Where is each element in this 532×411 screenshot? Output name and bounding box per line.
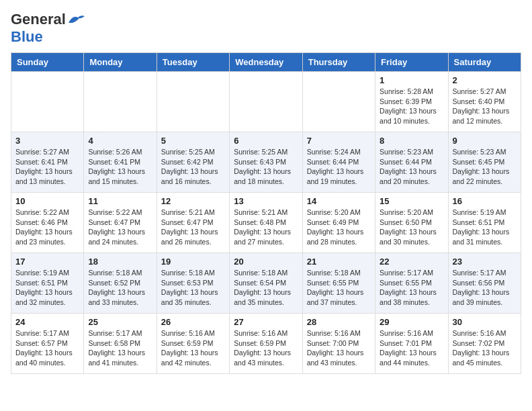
calendar-cell: 30Sunrise: 5:16 AM Sunset: 7:02 PM Dayli…	[448, 314, 521, 374]
day-info: Sunrise: 5:23 AM Sunset: 6:45 PM Dayligh…	[453, 147, 517, 187]
day-info: Sunrise: 5:28 AM Sunset: 6:39 PM Dayligh…	[380, 87, 443, 126]
calendar-cell: 26Sunrise: 5:16 AM Sunset: 6:59 PM Dayli…	[157, 314, 229, 374]
day-number: 23	[453, 257, 517, 267]
calendar-cell: 16Sunrise: 5:19 AM Sunset: 6:51 PM Dayli…	[448, 193, 521, 253]
day-number: 15	[380, 196, 443, 206]
day-number: 4	[88, 136, 152, 146]
day-info: Sunrise: 5:16 AM Sunset: 6:59 PM Dayligh…	[161, 328, 225, 368]
day-number: 7	[307, 136, 371, 146]
day-info: Sunrise: 5:25 AM Sunset: 6:42 PM Dayligh…	[161, 147, 225, 187]
day-number: 11	[88, 196, 152, 206]
day-info: Sunrise: 5:21 AM Sunset: 6:47 PM Dayligh…	[161, 208, 225, 247]
calendar-cell: 13Sunrise: 5:21 AM Sunset: 6:48 PM Dayli…	[230, 193, 302, 253]
day-info: Sunrise: 5:20 AM Sunset: 6:49 PM Dayligh…	[307, 208, 371, 247]
logo-blue: Blue	[11, 28, 43, 46]
weekday-header-friday: Friday	[375, 53, 448, 72]
day-number: 5	[161, 136, 225, 146]
calendar-cell	[302, 72, 375, 132]
calendar-table: SundayMondayTuesdayWednesdayThursdayFrid…	[11, 52, 521, 374]
weekday-header-sunday: Sunday	[11, 53, 84, 72]
day-info: Sunrise: 5:17 AM Sunset: 6:55 PM Dayligh…	[380, 268, 443, 308]
weekday-header-saturday: Saturday	[448, 53, 521, 72]
day-number: 21	[307, 257, 371, 267]
day-info: Sunrise: 5:18 AM Sunset: 6:55 PM Dayligh…	[307, 268, 371, 308]
day-info: Sunrise: 5:19 AM Sunset: 6:51 PM Dayligh…	[453, 208, 517, 247]
day-info: Sunrise: 5:26 AM Sunset: 6:41 PM Dayligh…	[88, 147, 152, 187]
calendar-cell: 15Sunrise: 5:20 AM Sunset: 6:50 PM Dayli…	[375, 193, 448, 253]
day-info: Sunrise: 5:27 AM Sunset: 6:41 PM Dayligh…	[15, 147, 79, 187]
logo: General Blue	[11, 11, 86, 46]
weekday-header-wednesday: Wednesday	[230, 53, 302, 72]
calendar-cell: 7Sunrise: 5:24 AM Sunset: 6:44 PM Daylig…	[302, 132, 375, 193]
day-number: 20	[234, 257, 298, 267]
day-number: 13	[234, 196, 298, 206]
day-number: 16	[453, 196, 517, 206]
calendar-cell: 28Sunrise: 5:16 AM Sunset: 7:00 PM Dayli…	[302, 314, 375, 374]
day-info: Sunrise: 5:16 AM Sunset: 7:00 PM Dayligh…	[307, 328, 371, 368]
day-number: 3	[15, 136, 79, 146]
day-info: Sunrise: 5:17 AM Sunset: 6:57 PM Dayligh…	[15, 328, 79, 368]
calendar-cell	[230, 72, 302, 132]
day-number: 1	[380, 75, 443, 85]
day-number: 2	[453, 75, 517, 85]
calendar-cell: 2Sunrise: 5:27 AM Sunset: 6:40 PM Daylig…	[448, 72, 521, 132]
day-number: 26	[161, 317, 225, 327]
day-number: 17	[15, 257, 79, 267]
calendar-cell: 17Sunrise: 5:19 AM Sunset: 6:51 PM Dayli…	[11, 253, 84, 314]
logo-general: General	[11, 11, 66, 28]
calendar-cell: 25Sunrise: 5:17 AM Sunset: 6:58 PM Dayli…	[84, 314, 157, 374]
day-number: 25	[88, 317, 152, 327]
calendar-cell: 20Sunrise: 5:18 AM Sunset: 6:54 PM Dayli…	[230, 253, 302, 314]
calendar-cell: 27Sunrise: 5:16 AM Sunset: 6:59 PM Dayli…	[230, 314, 302, 374]
calendar-cell: 18Sunrise: 5:18 AM Sunset: 6:52 PM Dayli…	[84, 253, 157, 314]
day-number: 22	[380, 257, 443, 267]
day-info: Sunrise: 5:21 AM Sunset: 6:48 PM Dayligh…	[234, 208, 298, 247]
calendar-cell: 1Sunrise: 5:28 AM Sunset: 6:39 PM Daylig…	[375, 72, 448, 132]
day-info: Sunrise: 5:22 AM Sunset: 6:46 PM Dayligh…	[15, 208, 79, 247]
day-info: Sunrise: 5:24 AM Sunset: 6:44 PM Dayligh…	[307, 147, 371, 187]
day-info: Sunrise: 5:16 AM Sunset: 7:01 PM Dayligh…	[380, 328, 443, 368]
weekday-header-tuesday: Tuesday	[157, 53, 229, 72]
calendar-week-row: 1Sunrise: 5:28 AM Sunset: 6:39 PM Daylig…	[11, 72, 521, 132]
header: General Blue	[11, 11, 521, 46]
day-info: Sunrise: 5:17 AM Sunset: 6:56 PM Dayligh…	[453, 268, 517, 308]
weekday-header-monday: Monday	[84, 53, 157, 72]
calendar-cell: 24Sunrise: 5:17 AM Sunset: 6:57 PM Dayli…	[11, 314, 84, 374]
day-info: Sunrise: 5:16 AM Sunset: 6:59 PM Dayligh…	[234, 328, 298, 368]
calendar-cell: 14Sunrise: 5:20 AM Sunset: 6:49 PM Dayli…	[302, 193, 375, 253]
calendar-cell: 12Sunrise: 5:21 AM Sunset: 6:47 PM Dayli…	[157, 193, 229, 253]
calendar-week-row: 24Sunrise: 5:17 AM Sunset: 6:57 PM Dayli…	[11, 314, 521, 374]
day-number: 18	[88, 257, 152, 267]
calendar-cell: 9Sunrise: 5:23 AM Sunset: 6:45 PM Daylig…	[448, 132, 521, 193]
day-info: Sunrise: 5:25 AM Sunset: 6:43 PM Dayligh…	[234, 147, 298, 187]
day-info: Sunrise: 5:18 AM Sunset: 6:53 PM Dayligh…	[161, 268, 225, 308]
day-number: 19	[161, 257, 225, 267]
calendar-cell: 21Sunrise: 5:18 AM Sunset: 6:55 PM Dayli…	[302, 253, 375, 314]
day-number: 10	[15, 196, 79, 206]
weekday-header-row: SundayMondayTuesdayWednesdayThursdayFrid…	[11, 53, 521, 72]
calendar-cell: 29Sunrise: 5:16 AM Sunset: 7:01 PM Dayli…	[375, 314, 448, 374]
day-info: Sunrise: 5:23 AM Sunset: 6:44 PM Dayligh…	[380, 147, 443, 187]
day-number: 28	[307, 317, 371, 327]
calendar-cell: 3Sunrise: 5:27 AM Sunset: 6:41 PM Daylig…	[11, 132, 84, 193]
day-number: 30	[453, 317, 517, 327]
calendar-cell: 11Sunrise: 5:22 AM Sunset: 6:47 PM Dayli…	[84, 193, 157, 253]
day-number: 6	[234, 136, 298, 146]
day-info: Sunrise: 5:17 AM Sunset: 6:58 PM Dayligh…	[88, 328, 152, 368]
day-number: 24	[15, 317, 79, 327]
day-info: Sunrise: 5:27 AM Sunset: 6:40 PM Dayligh…	[453, 87, 517, 126]
day-info: Sunrise: 5:16 AM Sunset: 7:02 PM Dayligh…	[453, 328, 517, 368]
calendar-cell	[11, 72, 84, 132]
calendar-week-row: 10Sunrise: 5:22 AM Sunset: 6:46 PM Dayli…	[11, 193, 521, 253]
day-info: Sunrise: 5:20 AM Sunset: 6:50 PM Dayligh…	[380, 208, 443, 247]
day-info: Sunrise: 5:22 AM Sunset: 6:47 PM Dayligh…	[88, 208, 152, 247]
calendar-cell: 23Sunrise: 5:17 AM Sunset: 6:56 PM Dayli…	[448, 253, 521, 314]
calendar-cell: 10Sunrise: 5:22 AM Sunset: 6:46 PM Dayli…	[11, 193, 84, 253]
day-info: Sunrise: 5:18 AM Sunset: 6:52 PM Dayligh…	[88, 268, 152, 308]
day-number: 29	[380, 317, 443, 327]
calendar-cell	[157, 72, 229, 132]
day-number: 8	[380, 136, 443, 146]
day-info: Sunrise: 5:19 AM Sunset: 6:51 PM Dayligh…	[15, 268, 79, 308]
calendar-cell: 22Sunrise: 5:17 AM Sunset: 6:55 PM Dayli…	[375, 253, 448, 314]
weekday-header-thursday: Thursday	[302, 53, 375, 72]
